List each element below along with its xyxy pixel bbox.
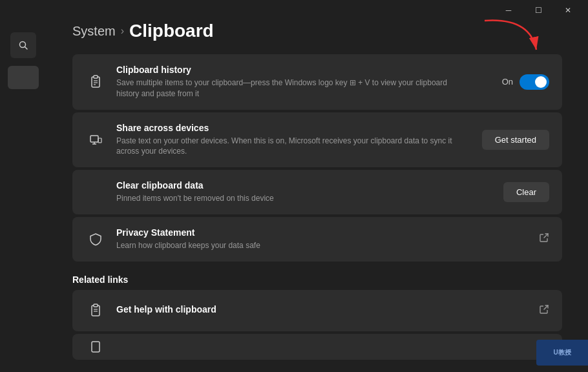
settings-content: Clipboard history Save multiple items to… xyxy=(47,54,588,262)
more-item-card[interactable] xyxy=(72,334,562,360)
toggle-on-label: On xyxy=(502,77,513,87)
share-across-devices-card: Share across devices Paste text on your … xyxy=(72,112,562,168)
breadcrumb-system[interactable]: System xyxy=(72,24,116,39)
clear-button[interactable]: Clear xyxy=(503,182,549,202)
get-started-button[interactable]: Get started xyxy=(482,130,549,150)
more-icon xyxy=(85,336,106,357)
privacy-statement-card: Privacy Statement Learn how clipboard ke… xyxy=(72,217,562,262)
svg-rect-4 xyxy=(94,76,98,78)
privacy-desc: Learn how clipboard keeps your data safe xyxy=(116,240,452,251)
get-help-title: Get help with clipboard xyxy=(116,304,529,315)
svg-rect-19 xyxy=(92,342,100,352)
clear-clipboard-title: Clear clipboard data xyxy=(116,180,493,191)
watermark: U教授 xyxy=(536,340,588,366)
toggle-thumb xyxy=(535,76,547,88)
clear-clipboard-card: Clear clipboard data Pinned items won't … xyxy=(72,170,562,214)
get-help-ext-link-icon[interactable] xyxy=(539,304,549,317)
search-button[interactable] xyxy=(10,32,36,58)
share-devices-text: Share across devices Paste text on your … xyxy=(116,123,472,158)
clipboard-history-toggle[interactable] xyxy=(520,74,549,90)
share-devices-title: Share across devices xyxy=(116,123,472,133)
clipboard-history-icon xyxy=(85,72,106,92)
clear-clipboard-desc: Pinned items won't be removed on this de… xyxy=(116,193,452,204)
svg-rect-15 xyxy=(94,304,98,307)
svg-rect-8 xyxy=(90,136,98,142)
clipboard-history-action: On xyxy=(502,74,549,90)
sidebar-nav-item[interactable] xyxy=(8,66,39,89)
get-help-action xyxy=(539,304,549,317)
breadcrumb-chevron: › xyxy=(121,25,124,37)
sidebar xyxy=(0,0,47,372)
get-help-text: Get help with clipboard xyxy=(116,304,529,317)
clipboard-history-text: Clipboard history Save multiple items to… xyxy=(116,65,492,99)
privacy-icon xyxy=(85,229,106,249)
privacy-title: Privacy Statement xyxy=(116,227,529,238)
share-devices-icon xyxy=(85,129,106,150)
clipboard-history-card: Clipboard history Save multiple items to… xyxy=(72,54,562,110)
clear-clipboard-text: Clear clipboard data Pinned items won't … xyxy=(116,180,493,204)
share-devices-action: Get started xyxy=(482,130,549,150)
svg-line-13 xyxy=(544,234,548,238)
get-help-card[interactable]: Get help with clipboard xyxy=(72,290,562,331)
maximize-button[interactable]: ☐ xyxy=(523,0,553,21)
privacy-text: Privacy Statement Learn how clipboard ke… xyxy=(116,227,529,251)
get-help-icon xyxy=(85,300,106,321)
titlebar: ─ ☐ ✕ xyxy=(491,0,588,21)
main-content: ─ ☐ ✕ System › Clipboard xyxy=(47,0,588,372)
external-link-icon[interactable] xyxy=(539,232,549,245)
page-title: Clipboard xyxy=(129,21,214,41)
close-button[interactable]: ✕ xyxy=(553,0,583,21)
related-links-heading: Related links xyxy=(47,264,588,290)
share-devices-desc: Paste text on your other devices. When t… xyxy=(116,136,452,158)
svg-line-1 xyxy=(25,47,28,50)
minimize-button[interactable]: ─ xyxy=(494,0,523,21)
svg-line-18 xyxy=(544,305,548,309)
clear-clipboard-action: Clear xyxy=(503,182,549,202)
related-links-content: Get help with clipboard xyxy=(47,290,588,360)
clipboard-history-title: Clipboard history xyxy=(116,65,492,75)
clipboard-history-desc: Save multiple items to your clipboard—pr… xyxy=(116,78,452,99)
privacy-action xyxy=(539,232,549,245)
